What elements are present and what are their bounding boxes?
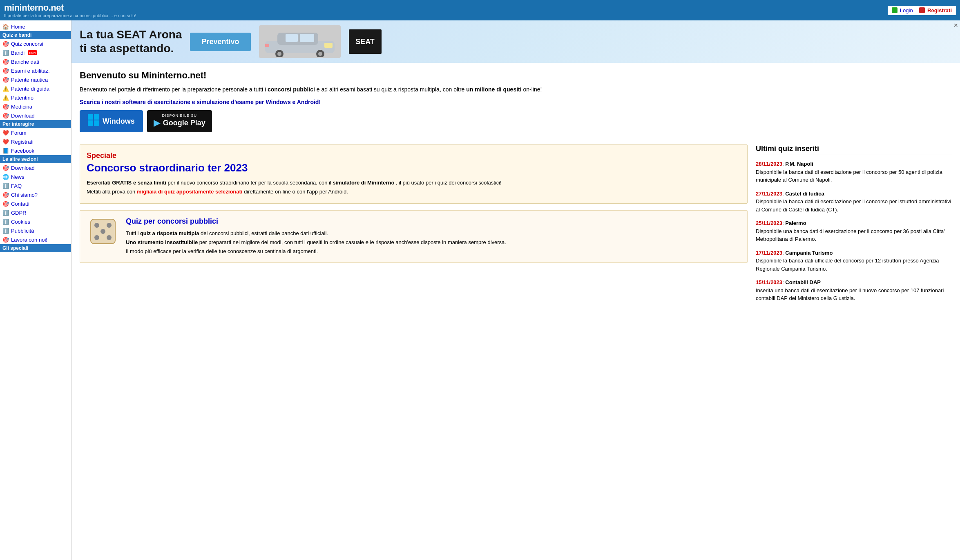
quiz-icon xyxy=(87,217,119,256)
bandi-link[interactable]: Bandi xyxy=(11,50,25,56)
banche-dati-link[interactable]: Banche dati xyxy=(11,59,39,65)
sidebar-item-patente-guida[interactable]: ⚠️ Patente di guida xyxy=(0,84,71,93)
sidebar-item-download-1[interactable]: 🎯 Download xyxy=(0,111,71,120)
special-text: Esercitati GRATIS e senza limiti per il … xyxy=(87,178,741,196)
lavora-link[interactable]: Lavora con noi! xyxy=(11,237,47,243)
ad-banner[interactable]: La tua SEAT Arona ti sta aspettando. Pre… xyxy=(71,20,960,63)
special-title-link[interactable]: Concorso straordinario ter 2023 xyxy=(87,162,248,174)
quiz-concorsi-icon: 🎯 xyxy=(2,40,9,47)
patente-nautica-icon: 🎯 xyxy=(2,76,9,83)
main-content-area: La tua SEAT Arona ti sta aspettando. Pre… xyxy=(71,20,960,560)
news-date: 15/11/2023 xyxy=(756,279,782,285)
sidebar-item-patentino[interactable]: ⚠️ Patentino xyxy=(0,93,71,102)
news-text: Disponibile la banca dati ufficiale del … xyxy=(756,258,939,272)
sidebar-item-contatti[interactable]: 🎯 Contatti xyxy=(0,199,71,208)
special-box: Speciale Concorso straordinario ter 2023… xyxy=(80,144,748,203)
welcome-title: Benvenuto su Mininterno.net! xyxy=(80,70,952,81)
register-link[interactable]: Registrati xyxy=(927,7,952,13)
news-date: 28/11/2023 xyxy=(756,161,782,167)
svg-rect-7 xyxy=(265,44,269,47)
sidebar-section-other: Le altre sezioni xyxy=(0,155,71,163)
sidebar-item-chi-siamo[interactable]: 🎯 Chi siamo? xyxy=(0,190,71,199)
dice-svg xyxy=(89,217,117,246)
header-login-area: Login | Registrati xyxy=(888,6,956,15)
sidebar-item-facebook[interactable]: 📘 Facebook xyxy=(0,146,71,155)
news-text: Disponibile una banca dati di esercitazi… xyxy=(756,228,945,242)
news-text: Disponibile la banca dati di esercitazio… xyxy=(756,169,942,183)
cookies-icon: ℹ️ xyxy=(2,218,9,225)
faq-link[interactable]: FAQ xyxy=(11,183,22,189)
windows-label: Windows xyxy=(103,117,135,126)
sidebar-item-registrati[interactable]: ❤️ Registrati xyxy=(0,137,71,146)
windows-download-button[interactable]: Windows xyxy=(80,110,143,132)
home-link[interactable]: Home xyxy=(11,24,25,30)
news-date: 25/11/2023 xyxy=(756,220,782,226)
android-download-button[interactable]: DISPONIBILE SU ▶ Google Play xyxy=(147,110,212,132)
badge-new: new xyxy=(28,50,37,55)
registrati-link[interactable]: Registrati xyxy=(11,139,33,145)
patente-nautica-link[interactable]: Patente nautica xyxy=(11,77,48,83)
special-title[interactable]: Concorso straordinario ter 2023 xyxy=(87,162,741,174)
gdpr-link[interactable]: GDPR xyxy=(11,210,27,216)
news-link[interactable]: News xyxy=(11,174,25,180)
ad-close-button[interactable]: ✕ xyxy=(953,22,958,29)
download-2-link[interactable]: Download xyxy=(11,165,35,171)
bold-concorsi: concorsi pubblici xyxy=(268,86,315,93)
chi-siamo-icon: 🎯 xyxy=(2,191,9,198)
sidebar-item-bandi[interactable]: ℹ️ Bandi new xyxy=(0,48,71,57)
patente-guida-icon: ⚠️ xyxy=(2,85,9,92)
login-link[interactable]: Login xyxy=(900,7,913,13)
ultimi-quiz-title: Ultimi quiz inseriti xyxy=(756,144,952,155)
sidebar-item-news[interactable]: 🌐 News xyxy=(0,172,71,181)
svg-rect-8 xyxy=(286,34,298,42)
sidebar-item-medicina[interactable]: 🎯 Medicina xyxy=(0,102,71,111)
sidebar-item-pubblicita[interactable]: ℹ️ Pubblicità xyxy=(0,226,71,235)
download-1-link[interactable]: Download xyxy=(11,113,35,119)
ad-text-line2: ti sta aspettando. xyxy=(80,42,182,56)
svg-rect-10 xyxy=(88,114,93,120)
ad-preventivo-button[interactable]: Preventivo xyxy=(190,33,250,51)
news-item: 27/11/2023: Castel di Iudica Disponibile… xyxy=(756,190,952,214)
sidebar-item-esami[interactable]: 🎯 Esami e abilitaz. xyxy=(0,66,71,75)
quiz-title-link[interactable]: Quiz per concorsi pubblici xyxy=(126,217,218,225)
sidebar-item-download-2[interactable]: 🎯 Download xyxy=(0,163,71,172)
esami-link[interactable]: Esami e abilitaz. xyxy=(11,68,50,74)
google-play-label: Google Play xyxy=(163,119,205,127)
quiz-title[interactable]: Quiz per concorsi pubblici xyxy=(126,217,741,226)
quiz-concorsi-link[interactable]: Quiz concorsi xyxy=(11,41,43,47)
forum-icon: ❤️ xyxy=(2,129,9,136)
sidebar-item-faq[interactable]: ℹ️ FAQ xyxy=(0,181,71,190)
medicina-link[interactable]: Medicina xyxy=(11,104,32,110)
facebook-link[interactable]: Facebook xyxy=(11,148,34,154)
news-location: P.M. Napoli xyxy=(785,161,813,167)
sidebar-item-lavora[interactable]: 🎯 Lavora con noi! xyxy=(0,235,71,244)
patentino-link[interactable]: Patentino xyxy=(11,95,33,101)
sidebar-item-gdpr[interactable]: ℹ️ GDPR xyxy=(0,208,71,217)
chi-siamo-link[interactable]: Chi siamo? xyxy=(11,192,38,198)
register-icon xyxy=(919,7,925,13)
ultimi-quiz-section: Ultimi quiz inseriti 28/11/2023: P.M. Na… xyxy=(756,144,952,302)
download-1-icon: 🎯 xyxy=(2,112,9,119)
sidebar-item-home[interactable]: 🏠 Home xyxy=(0,22,71,31)
contatti-icon: 🎯 xyxy=(2,200,9,207)
svg-rect-11 xyxy=(94,114,99,120)
special-bold-intro: Esercitati GRATIS e senza limiti xyxy=(87,180,166,186)
sidebar-item-patente-nautica[interactable]: 🎯 Patente nautica xyxy=(0,75,71,84)
banche-dati-icon: 🎯 xyxy=(2,58,9,65)
cookies-link[interactable]: Cookies xyxy=(11,219,30,225)
google-play-top: DISPONIBILE SU xyxy=(162,113,197,118)
sidebar-item-quiz-concorsi[interactable]: 🎯 Quiz concorsi xyxy=(0,39,71,48)
sidebar-item-banche-dati[interactable]: 🎯 Banche dati xyxy=(0,57,71,66)
sidebar-item-cookies[interactable]: ℹ️ Cookies xyxy=(0,217,71,226)
sidebar-item-forum[interactable]: ❤️ Forum xyxy=(0,128,71,137)
left-column: Speciale Concorso straordinario ter 2023… xyxy=(80,144,748,308)
forum-link[interactable]: Forum xyxy=(11,130,27,136)
pubblicita-link[interactable]: Pubblicità xyxy=(11,228,34,234)
download-software-link[interactable]: Scarica i nostri software di esercitazio… xyxy=(80,99,952,105)
news-location: Contabili DAP xyxy=(785,279,821,285)
welcome-section: Benvenuto su Mininterno.net! Benvenuto n… xyxy=(71,66,960,144)
news-text: Disponibile la banca dati di esercitazio… xyxy=(756,198,951,213)
patente-guida-link[interactable]: Patente di guida xyxy=(11,86,49,92)
svg-rect-6 xyxy=(324,43,333,48)
contatti-link[interactable]: Contatti xyxy=(11,201,29,207)
